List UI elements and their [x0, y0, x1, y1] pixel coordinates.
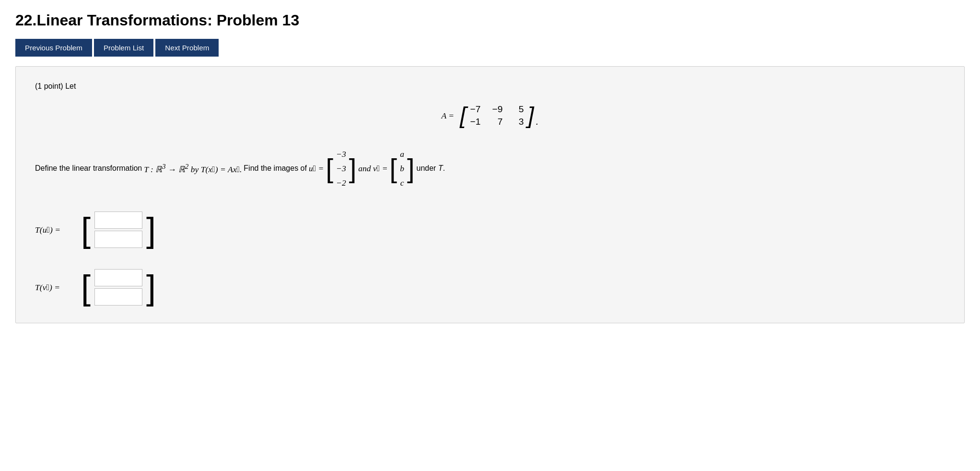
- tu-input-1[interactable]: [94, 212, 142, 229]
- u-vector: [ −3 −3 −2 ]: [326, 146, 356, 190]
- page-title: 22.Linear Transformations: Problem 13: [15, 12, 965, 29]
- matrix-grid: −7 −9 5 −1 7 3: [467, 102, 528, 129]
- u-bracket-right: ]: [349, 155, 357, 182]
- u-vector-grid: −3 −3 −2: [333, 146, 349, 190]
- tv-input-2[interactable]: [94, 288, 142, 306]
- problem-list-button[interactable]: Problem List: [94, 39, 153, 57]
- transformation-formula: T : ℝ3 → ℝ2 by T(x⃗) = Ax⃗.: [144, 161, 242, 176]
- matrix-bracket: [ −7 −9 5 −1 7 3 ]: [460, 102, 534, 129]
- prev-problem-button[interactable]: Previous Problem: [15, 39, 92, 57]
- v-vector-grid: a b c: [397, 146, 407, 190]
- tv-bracket-wrap: [ ]: [81, 267, 156, 307]
- period: .: [536, 116, 539, 129]
- u-val-1: −3: [336, 147, 346, 161]
- tu-bracket-wrap: [ ]: [81, 210, 156, 250]
- v-val-b: b: [400, 162, 404, 175]
- tu-bracket-left: [: [81, 212, 91, 247]
- tv-inputs: [91, 267, 146, 307]
- v-bracket-right: ]: [407, 155, 415, 182]
- matrix-cell-r2c1: −1: [470, 117, 481, 127]
- tv-row: T(v⃗) = [ ]: [35, 267, 945, 307]
- nav-buttons: Previous Problem Problem List Next Probl…: [15, 39, 965, 57]
- v-vector: [ a b c ]: [390, 146, 415, 190]
- u-vec-label: u⃗ =: [309, 162, 324, 175]
- tu-bracket-right: ]: [146, 212, 156, 247]
- point-label: (1 point) Let: [35, 82, 945, 91]
- tv-bracket-right: ]: [146, 270, 156, 305]
- bracket-left: [: [460, 104, 466, 127]
- tv-label: T(v⃗) =: [35, 283, 73, 293]
- v-bracket-left: [: [390, 155, 397, 182]
- tv-bracket-left: [: [81, 270, 91, 305]
- tu-row: T(u⃗) = [ ]: [35, 210, 945, 250]
- next-problem-button[interactable]: Next Problem: [155, 39, 219, 57]
- v-val-a: a: [400, 147, 404, 161]
- u-val-2: −3: [336, 162, 346, 175]
- definition-text: Define the linear transformation: [35, 162, 142, 175]
- u-val-3: −2: [336, 176, 346, 189]
- tu-label: T(u⃗) =: [35, 225, 73, 235]
- problem-text: Define the linear transformation T : ℝ3 …: [35, 146, 945, 190]
- tu-inputs: [91, 210, 146, 250]
- answer-section: T(u⃗) = [ ] T(v⃗) = [: [35, 210, 945, 307]
- matrix-cell-r1c2: −9: [492, 104, 502, 115]
- and-text: and v⃗ =: [358, 162, 387, 175]
- tu-input-2[interactable]: [94, 231, 142, 248]
- matrix-cell-r1c1: −7: [470, 104, 481, 115]
- bracket-right: ]: [527, 104, 534, 127]
- matrix-cell-r2c3: 3: [514, 117, 524, 127]
- matrix-cell-r1c3: 5: [514, 104, 524, 115]
- find-text: Find the images of: [244, 162, 307, 175]
- problem-box: (1 point) Let A = [ −7 −9 5 −1 7 3 ] . D…: [15, 66, 965, 323]
- tv-input-1[interactable]: [94, 269, 142, 286]
- matrix-cell-r2c2: 7: [492, 117, 502, 127]
- v-val-c: c: [400, 176, 404, 189]
- under-text: under T.: [417, 162, 445, 175]
- u-bracket-left: [: [326, 155, 333, 182]
- matrix-equation-label: A =: [442, 111, 455, 121]
- matrix-display: A = [ −7 −9 5 −1 7 3 ] .: [35, 102, 945, 129]
